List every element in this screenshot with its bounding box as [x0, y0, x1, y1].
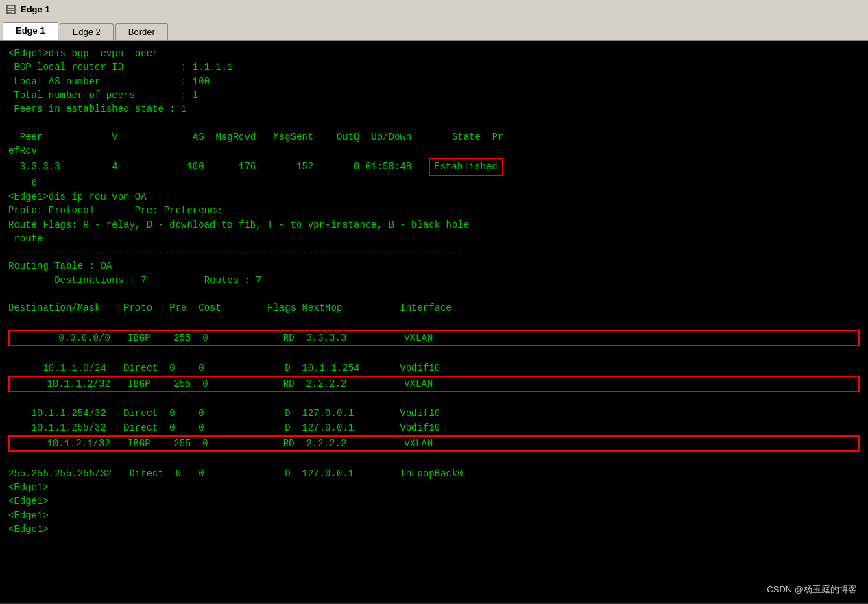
- line-destinations: Destinations : 7 Routes : 7: [8, 275, 262, 286]
- tab-edge2[interactable]: Edge 2: [60, 23, 114, 40]
- row-default-route: 0.0.0.0/0 IBGP 255 0 RD 3.3.3.3 VXLAN: [8, 330, 860, 346]
- prompt-3: <Edge1>: [8, 510, 49, 521]
- line-4: Total number of peers : 1: [8, 90, 198, 101]
- window-icon: [5, 4, 16, 15]
- line-header: Peer V AS MsgRcvd MsgSent OutQ Up/Down S…: [8, 132, 504, 143]
- line-peer-data: 3.3.3.3 4 100 176 152 0 01:58:48 Establi…: [8, 161, 503, 172]
- window-container: Edge 1 Edge 1 Edge 2 Border <Edge1>dis b…: [0, 0, 868, 603]
- line-cmd2: <Edge1>dis ip rou vpn OA: [8, 191, 147, 202]
- established-highlight: Established: [429, 158, 503, 176]
- line-table: Routing Table : OA: [8, 261, 112, 271]
- tab-bar: Edge 1 Edge 2 Border: [0, 19, 868, 41]
- line-1: <Edge1>dis bgp evpn peer: [8, 48, 158, 59]
- line-flags: Route Flags: R - relay, D - download to …: [8, 219, 469, 230]
- line-2: BGP local router ID : 1.1.1.1: [8, 62, 233, 73]
- titlebar: Edge 1: [0, 0, 868, 19]
- row-1011255: 10.1.1.255/32 Direct 0 0 D 127.0.0.1 Vbd…: [8, 422, 440, 433]
- terminal-area: <Edge1>dis bgp evpn peer BGP local route…: [0, 41, 868, 603]
- line-3: Local AS number : 100: [8, 76, 210, 87]
- line-col-header: Destination/Mask Proto Pre Cost Flags Ne…: [8, 302, 452, 313]
- row-loopback: 255.255.255.255/32 Direct 0 0 D 127.0.0.…: [8, 468, 463, 479]
- row-1011254: 10.1.1.254/32 Direct 0 0 D 127.0.0.1 Vbd…: [8, 408, 440, 419]
- line-separator: ----------------------------------------…: [8, 247, 463, 258]
- row-10110: 10.1.1.0/24 Direct 0 0 D 10.1.1.254 Vbdi…: [8, 363, 440, 374]
- line-6: 6: [8, 178, 37, 189]
- line-proto: Proto: Protocol Pre: Preference: [8, 205, 221, 216]
- line-5: Peers in established state : 1: [8, 104, 186, 114]
- tab-edge1[interactable]: Edge 1: [3, 22, 58, 40]
- line-efrcv: efRcv: [8, 145, 37, 156]
- window-title: Edge 1: [21, 4, 50, 14]
- prompt-1: <Edge1>: [8, 482, 49, 493]
- line-spacer: [8, 317, 14, 328]
- line-route: route: [8, 233, 43, 244]
- svg-rect-1: [8, 8, 14, 9]
- watermark: CSDN @杨玉庭的博客: [767, 583, 857, 596]
- terminal-output: <Edge1>dis bgp evpn peer BGP local route…: [8, 47, 860, 536]
- svg-rect-2: [8, 10, 14, 11]
- row-10121: 10.1.2.1/32 IBGP 255 0 RD 2.2.2.2 VXLAN: [8, 435, 860, 452]
- tab-border[interactable]: Border: [115, 23, 168, 40]
- prompt-2: <Edge1>: [8, 496, 49, 507]
- prompt-4: <Edge1>: [8, 524, 49, 535]
- row-10112: 10.1.1.2/32 IBGP 255 0 RD 2.2.2.2 VXLAN: [8, 376, 860, 392]
- svg-rect-3: [8, 12, 12, 13]
